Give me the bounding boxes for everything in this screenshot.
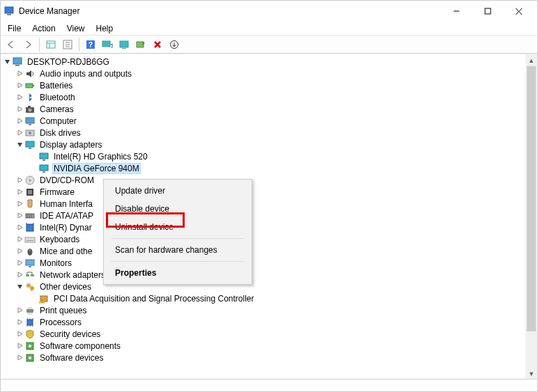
scan-for-changes-button[interactable]: [133, 37, 148, 52]
uninstall-device-button[interactable]: [150, 37, 165, 52]
disk-icon: [24, 127, 36, 139]
tree-node[interactable]: !PCI Data Acquisition and Signal Process…: [2, 292, 537, 304]
scroll-up-arrow[interactable]: ▲: [525, 54, 537, 66]
tree-node[interactable]: Intel(R) Dynar: [2, 221, 537, 233]
tree-node[interactable]: Keyboards: [2, 233, 537, 245]
menu-view[interactable]: View: [61, 22, 91, 35]
chevron-right-icon[interactable]: [15, 246, 24, 256]
other-icon: ?: [24, 281, 36, 292]
tree-node[interactable]: Network adapters: [2, 269, 537, 281]
chevron-right-icon[interactable]: [15, 258, 24, 268]
chevron-right-icon[interactable]: [15, 93, 24, 102]
chevron-right-icon[interactable]: [15, 199, 24, 209]
tree-node[interactable]: Mice and othe: [2, 245, 537, 257]
forward-button[interactable]: [20, 37, 36, 52]
tree-node[interactable]: Display adapters: [2, 139, 537, 150]
back-button[interactable]: [3, 37, 19, 52]
device-tree[interactable]: DESKTOP-RDJB6GGAudio inputs and outputsB…: [1, 54, 537, 379]
tree-node[interactable]: Disk drives: [2, 127, 537, 139]
tree-node[interactable]: IDE ATA/ATAP: [2, 210, 537, 221]
svg-rect-57: [31, 274, 34, 276]
chevron-right-icon[interactable]: [15, 175, 24, 185]
scroll-track[interactable]: [525, 66, 537, 368]
tree-node-label: Computer: [38, 116, 78, 126]
scroll-thumb[interactable]: [527, 66, 536, 331]
svg-point-39: [29, 179, 31, 181]
menu-action[interactable]: Action: [26, 22, 61, 35]
software-icon: [24, 352, 36, 363]
tree-node-label: Network adapters: [38, 270, 107, 280]
chevron-right-icon[interactable]: [15, 341, 24, 351]
tree-node[interactable]: Intel(R) HD Graphics 520: [2, 150, 537, 162]
menu-help[interactable]: Help: [91, 22, 119, 35]
tree-node[interactable]: DESKTOP-RDJB6GG: [2, 56, 537, 68]
context-menu-item-properties[interactable]: Properties: [105, 264, 250, 282]
svg-rect-54: [26, 260, 34, 265]
chevron-right-icon[interactable]: [15, 211, 24, 221]
chevron-right-icon[interactable]: [15, 223, 24, 233]
svg-text:?: ?: [110, 42, 113, 49]
tree-node[interactable]: DVD/CD-ROM: [2, 174, 537, 186]
keyboard-icon: [24, 234, 36, 245]
tree-node[interactable]: Firmware: [2, 186, 537, 198]
menu-file[interactable]: File: [2, 22, 26, 35]
tree-node[interactable]: Print queues: [2, 304, 537, 316]
battery-icon: [24, 80, 36, 91]
install-legacy-button[interactable]: [167, 37, 182, 52]
context-menu: Update driverDisable deviceUninstall dev…: [103, 179, 252, 285]
tree-node-label: Cameras: [38, 104, 75, 114]
tree-node-label: Audio inputs and outputs: [38, 69, 133, 79]
chevron-right-icon[interactable]: [15, 235, 24, 244]
context-menu-item-update-driver[interactable]: Update driver: [105, 182, 250, 200]
chevron-right-icon[interactable]: [15, 329, 24, 339]
tree-node[interactable]: Batteries: [2, 79, 537, 91]
chevron-right-icon[interactable]: [15, 306, 24, 315]
tree-node[interactable]: ?Other devices: [2, 281, 537, 292]
tree-node-label: Intel(R) Dynar: [38, 223, 93, 233]
update-driver-button[interactable]: ?: [100, 37, 115, 52]
svg-rect-21: [13, 58, 22, 64]
hid-icon: [24, 198, 36, 210]
tree-node[interactable]: Software components: [2, 340, 537, 352]
close-button[interactable]: [503, 1, 535, 22]
tree-node[interactable]: Monitors: [2, 257, 537, 269]
tree-node[interactable]: Security devices: [2, 328, 537, 340]
minimize-button[interactable]: [440, 1, 472, 22]
tree-node[interactable]: Cameras: [2, 103, 537, 115]
chevron-right-icon[interactable]: [15, 81, 24, 91]
tree-node[interactable]: Human Interfa: [2, 198, 537, 210]
tree-node[interactable]: NVIDIA GeForce 940M: [2, 162, 537, 174]
tree-node[interactable]: Processors: [2, 316, 537, 328]
chevron-right-icon[interactable]: [15, 128, 24, 138]
tree-node[interactable]: Bluetooth: [2, 91, 537, 103]
chevron-right-icon[interactable]: [15, 270, 24, 280]
chevron-right-icon[interactable]: [15, 353, 24, 363]
tree-node-label: Bluetooth: [38, 93, 77, 102]
vertical-scrollbar[interactable]: ▲ ▼: [525, 54, 537, 379]
tree-node[interactable]: Computer: [2, 115, 537, 127]
chevron-down-icon[interactable]: [15, 140, 24, 150]
chevron-right-icon[interactable]: [15, 69, 24, 79]
chevron-down-icon[interactable]: [15, 282, 24, 292]
app-icon: [3, 6, 15, 17]
chevron-down-icon[interactable]: [2, 57, 12, 67]
help-button[interactable]: ?: [83, 37, 98, 52]
svg-rect-67: [28, 307, 32, 309]
chevron-right-icon[interactable]: [15, 187, 24, 197]
context-menu-item-uninstall-device[interactable]: Uninstall device: [105, 218, 250, 236]
chevron-right-icon[interactable]: [15, 104, 24, 114]
tree-node[interactable]: Audio inputs and outputs: [2, 68, 537, 79]
tree-node-label: DVD/CD-ROM: [38, 175, 95, 185]
context-menu-item-scan-for-hardware-changes[interactable]: Scan for hardware changes: [105, 241, 250, 259]
disable-device-button[interactable]: [116, 37, 132, 52]
chevron-right-icon[interactable]: [15, 317, 24, 327]
show-hide-console-button[interactable]: [43, 37, 59, 52]
scroll-down-arrow[interactable]: ▼: [525, 368, 537, 379]
tree-node[interactable]: Software devices: [2, 352, 537, 363]
chevron-right-icon[interactable]: [15, 116, 24, 126]
svg-rect-49: [25, 237, 35, 242]
properties-button[interactable]: [60, 37, 75, 52]
maximize-button[interactable]: [472, 1, 503, 22]
svg-rect-1: [7, 14, 11, 15]
context-menu-item-disable-device[interactable]: Disable device: [105, 200, 250, 218]
